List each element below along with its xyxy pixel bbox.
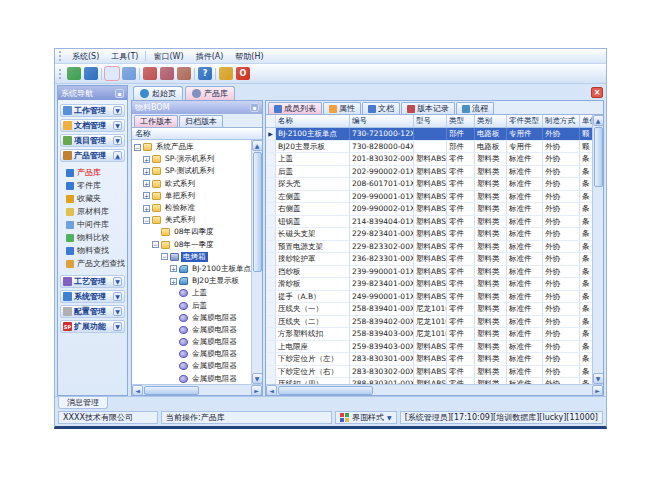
scroll-up-icon[interactable]: ▲ [252,140,263,151]
tree-column-header[interactable]: 名称 [132,128,262,140]
table-row[interactable]: 挡纱板239-990001-01X塑料ABS零件塑料类标准件外协条 [266,266,592,279]
column-header-名称[interactable]: 名称 [276,115,350,127]
menu-item-3[interactable]: 窗口(W) [147,50,189,63]
nav-item-产品库[interactable]: 产品库 [66,166,125,179]
chevron-down-icon[interactable]: ▼ [113,136,122,145]
table-vscroll-thumb[interactable] [594,127,603,187]
expand-icon[interactable]: + [143,205,150,212]
nav-section-工艺管理[interactable]: 工艺管理▼ [60,275,125,288]
scroll-right-icon[interactable]: ► [251,385,262,396]
nav-section-项目管理[interactable]: 项目管理▼ [60,134,125,147]
expand-icon[interactable]: + [143,156,150,163]
table-row[interactable]: 提手（A.B）249-990001-01X塑料ABS零件塑料类标准件外协条 [266,291,592,304]
table-row[interactable]: 滑纱板239-823401-00X塑料ABS零件塑料类标准件外协条 [266,278,592,291]
tab-message-manage[interactable]: 消息管理 [58,397,108,409]
chevron-down-icon[interactable]: ▼ [113,277,122,286]
pin-icon[interactable]: ▪ [115,89,124,98]
column-header-类型[interactable]: 类型 [447,115,475,127]
ui-style-dropdown[interactable]: 界面样式 ▼ [335,411,397,424]
tab-成员列表[interactable]: 成员列表 [268,102,322,114]
scroll-down-icon[interactable]: ▼ [252,373,263,384]
chevron-down-icon[interactable]: ▼ [113,121,122,130]
nav-item-物料查找[interactable]: 物料查找 [66,244,125,257]
refresh-window-icon[interactable] [160,67,174,80]
table-row[interactable]: BJ20主显示板730-828000-04X部件电路板专用件外协颗 [266,141,592,154]
scroll-down-icon[interactable]: ▼ [593,373,604,384]
tree-hscroll-thumb[interactable] [144,386,199,395]
column-header-零件类型[interactable]: 零件类型 [507,115,543,127]
globe-icon[interactable] [84,67,98,80]
tree-node-08年四季度[interactable]: 08年四季度 [132,226,251,238]
collapse-icon[interactable]: − [161,253,168,260]
grid-window-icon[interactable] [122,67,136,80]
tree-node-BJ20主显示板[interactable]: +BJ20主显示板 [132,275,251,287]
table-row[interactable]: 接纱轮护罩236-823301-00X塑料ABS零件塑料类标准件外协条 [266,253,592,266]
tree-horizontal-scrollbar[interactable]: ◄ ► [132,384,262,395]
nav-item-原材料库[interactable]: 原材料库 [66,205,125,218]
close-tab-icon[interactable]: × [591,87,603,98]
menu-item-1[interactable]: 系统(S) [66,50,105,63]
tab-版本记录[interactable]: 版本记录 [401,102,455,114]
tab-起始页[interactable]: 起始页 [133,86,183,100]
tree-vscroll-thumb[interactable] [253,152,262,272]
table-row[interactable]: 压线夹（二）258-839402-00X尼龙1010零件塑料类标准件外协条 [266,316,592,329]
nav-item-物料比较[interactable]: 物料比较 [66,231,125,244]
tree-node-上盖[interactable]: 上盖 [132,287,251,299]
tree-node-单把系列[interactable]: +单把系列 [132,190,251,202]
menu-item-5[interactable]: 帮助(H) [229,50,269,63]
nav-section-系统管理[interactable]: 系统管理▼ [60,290,125,303]
nav-section-扩展功能[interactable]: SP扩展功能▼ [60,320,125,333]
tab-归档版本[interactable]: 归档版本 [179,115,223,127]
tree-node-电烤箱[interactable]: −电烤箱 [132,251,251,263]
nav-section-产品管理[interactable]: 产品管理▲ [60,149,125,162]
exit-icon[interactable]: O [236,67,250,80]
monitor-icon[interactable] [67,67,81,80]
chevron-up-icon[interactable]: ▲ [113,151,122,160]
nav-item-零件库[interactable]: 零件库 [66,179,125,192]
new-window-icon[interactable] [143,67,157,80]
nav-section-文档管理[interactable]: 文档管理▼ [60,119,125,132]
tab-产品库[interactable]: 产品库 [185,86,235,100]
expand-icon[interactable]: + [143,180,150,187]
expand-icon[interactable]: + [143,192,150,199]
tree-node-金属膜电阻器[interactable]: 金属膜电阻器 [132,373,251,384]
expand-icon[interactable]: + [143,168,150,175]
collapse-icon[interactable]: − [143,217,150,224]
table-row[interactable]: 压线夹（一）258-839401-00X尼龙1010零件塑料类标准件外协条 [266,303,592,316]
nav-item-收藏夹[interactable]: 收藏夹 [66,192,125,205]
tab-流程[interactable]: 流程 [456,102,494,114]
nav-item-中间件库[interactable]: 中间件库 [66,218,125,231]
nav-section-配置管理[interactable]: 配置管理▼ [60,305,125,318]
chevron-down-icon[interactable]: ▼ [113,292,122,301]
tree-node-美式系列[interactable]: −美式系列 [132,214,251,226]
folder-open-icon[interactable] [105,67,119,80]
tree-node-系统产品库[interactable]: −系统产品库 [132,141,251,153]
table-vertical-scrollbar[interactable]: ▲ ▼ [592,115,603,384]
help-icon[interactable]: ? [198,67,212,80]
tree-node-SP-演示机系列[interactable]: +SP-演示机系列 [132,153,251,165]
column-header-类别[interactable]: 类别 [475,115,507,127]
chevron-down-icon[interactable]: ▼ [113,307,122,316]
tree-vertical-scrollbar[interactable]: ▲ ▼ [251,140,262,384]
chevron-down-icon[interactable]: ▼ [113,106,122,115]
tree-node-后盖[interactable]: 后盖 [132,299,251,311]
table-row[interactable]: 钮锅盖214-839404-01X塑料ABS零件塑料类标准件外协条 [266,216,592,229]
tree-node-检验标准[interactable]: +检验标准 [132,202,251,214]
chevron-down-icon[interactable]: ▼ [113,322,122,331]
menu-item-4[interactable]: 插件(A) [190,50,230,63]
tab-文档[interactable]: 文档 [362,102,400,114]
table-row[interactable]: ▶BJ-2100主板单点730-721000-12X部件电路板专用件外协颗 [266,128,592,141]
table-row[interactable]: 上电限座259-839403-00X塑料ABS零件塑料类标准件外协条 [266,341,592,354]
tree-node-08年一季度[interactable]: −08年一季度 [132,239,251,251]
tree-node-BJ-2100主板单点[interactable]: +BJ-2100主板单点 [132,263,251,275]
tree-node-金属膜电阻器[interactable]: 金属膜电阻器 [132,336,251,348]
table-row[interactable]: 下纱定位片（左）283-830301-00X塑料ABS零件塑料类标准件外协条 [266,353,592,366]
menu-item-2[interactable]: 工具(T) [105,50,144,63]
column-header-型号[interactable]: 型号 [414,115,447,127]
tree-node-金属膜电阻器[interactable]: 金属膜电阻器 [132,360,251,372]
column-header-单位[interactable]: 单位 [580,115,592,127]
table-row[interactable]: 探头壳208-601701-01X塑料ABS零件塑料类标准件外协条 [266,178,592,191]
tree-node-金属膜电阻器[interactable]: 金属膜电阻器 [132,312,251,324]
tree-node-欧式系列[interactable]: +欧式系列 [132,178,251,190]
scroll-up-icon[interactable]: ▲ [593,115,604,126]
